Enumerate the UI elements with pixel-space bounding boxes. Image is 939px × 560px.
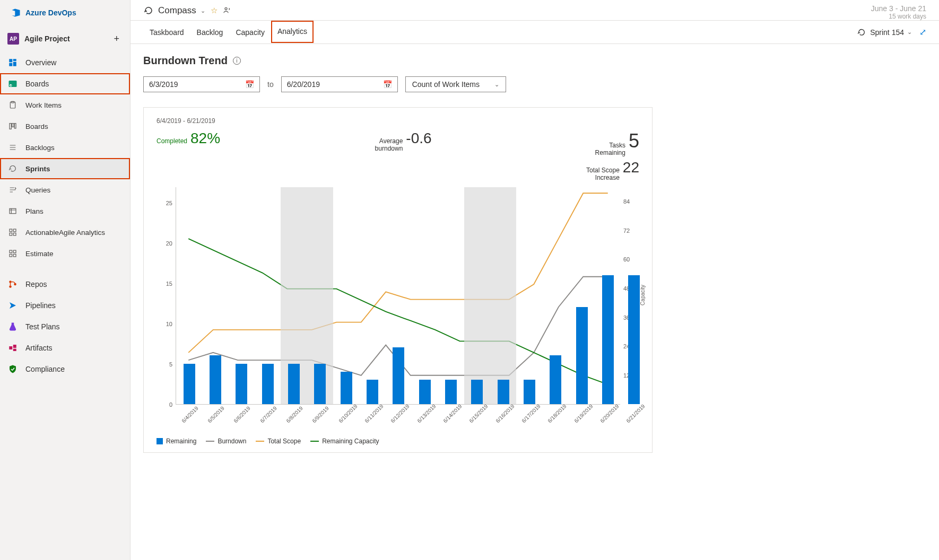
nav-label: Work Items xyxy=(25,101,62,109)
nav-label: Backlogs xyxy=(25,144,55,152)
bar-remaining xyxy=(288,364,300,404)
y-axis-right-label: Capacity xyxy=(640,285,646,305)
legend-remaining-capacity: Remaining Capacity xyxy=(310,438,379,445)
svg-rect-8 xyxy=(10,124,11,129)
tab-taskboard[interactable]: Taskboard xyxy=(143,22,190,43)
bar-remaining xyxy=(262,364,274,404)
stat-label: Average burndown xyxy=(375,137,403,153)
sidebar: Azure DevOps AP Agile Project + Overview… xyxy=(0,0,131,560)
nav-item-sprints[interactable]: Sprints xyxy=(0,158,130,179)
bar-remaining xyxy=(628,275,640,404)
svg-point-26 xyxy=(225,7,227,10)
y-tick-left: 5 xyxy=(156,361,172,368)
chevron-down-icon: ⌄ xyxy=(907,29,912,36)
svg-rect-19 xyxy=(13,254,16,257)
nav-item-backlogs[interactable]: Backlogs xyxy=(0,137,130,158)
brand[interactable]: Azure DevOps xyxy=(0,0,130,25)
svg-rect-11 xyxy=(10,208,16,213)
plans-icon xyxy=(7,206,18,216)
nav-label: Repos xyxy=(25,280,47,288)
svg-rect-15 xyxy=(13,233,16,235)
bar-remaining xyxy=(314,364,326,404)
x-tick: 6/19/2019 xyxy=(573,403,594,424)
bar-remaining xyxy=(498,380,509,404)
nav-item-pipelines[interactable]: Pipelines xyxy=(0,295,130,316)
x-tick: 6/21/2019 xyxy=(625,403,646,424)
nav-item-boards[interactable]: Boards xyxy=(0,116,130,137)
nav-item-overview[interactable]: Overview xyxy=(0,52,130,73)
info-icon[interactable]: i xyxy=(233,57,241,65)
metric-dropdown[interactable]: Count of Work Items ⌄ xyxy=(405,76,506,92)
x-tick: 6/7/2019 xyxy=(259,405,277,424)
nav-label: Overview xyxy=(25,58,56,67)
team-selector[interactable]: Compass ⌄ xyxy=(143,5,205,16)
tab-capacity[interactable]: Capacity xyxy=(229,22,271,43)
tab-backlog[interactable]: Backlog xyxy=(190,22,230,43)
svg-rect-2 xyxy=(13,62,16,66)
svg-rect-0 xyxy=(9,59,12,62)
add-button[interactable]: + xyxy=(114,33,119,45)
bar-remaining xyxy=(550,355,561,404)
boards-icon xyxy=(7,78,18,89)
y-tick-left: 10 xyxy=(156,321,172,327)
repos-icon xyxy=(7,279,18,290)
bar-remaining xyxy=(576,307,588,404)
brand-text: Azure DevOps xyxy=(25,8,76,17)
metric-value: Count of Work Items xyxy=(412,80,480,89)
nav-item-work-items[interactable]: Work Items xyxy=(0,94,130,116)
fullscreen-icon[interactable]: ⤢ xyxy=(919,27,926,37)
date-to-value: 6/20/2019 xyxy=(287,80,320,89)
team-name: Compass xyxy=(158,5,196,16)
y-axis-left: 0510152025 xyxy=(156,187,172,405)
nav-item-test-plans[interactable]: Test Plans xyxy=(0,316,130,337)
workitems-icon xyxy=(7,100,18,110)
nav-item-boards[interactable]: Boards xyxy=(0,73,130,94)
card-date-range: 6/4/2019 - 6/21/2019 xyxy=(156,117,639,125)
stat-value: 22 xyxy=(623,159,639,176)
svg-rect-18 xyxy=(10,254,12,257)
chevron-down-icon: ⌄ xyxy=(494,81,499,88)
chart-plot xyxy=(176,187,620,405)
swatch-total-scope xyxy=(256,441,264,442)
sprint-selector[interactable]: Sprint 154 ⌄ xyxy=(856,27,912,38)
project-selector[interactable]: AP Agile Project xyxy=(7,33,70,45)
nav-item-queries[interactable]: Queries xyxy=(0,179,130,200)
calendar-icon: 📅 xyxy=(383,80,392,89)
bar-remaining xyxy=(602,275,614,404)
date-from-input[interactable]: 6/3/2019 📅 xyxy=(143,76,260,92)
x-tick: 6/9/2019 xyxy=(311,405,330,424)
swatch-remaining-capacity xyxy=(310,441,319,442)
nav-item-estimate[interactable]: Estimate xyxy=(0,243,130,264)
stats-row: Completed 82% Average burndown -0.6 Task… xyxy=(156,130,639,182)
nav-item-actionableagile-analytics[interactable]: ActionableAgile Analytics xyxy=(0,222,130,243)
y-tick-left: 20 xyxy=(156,240,172,247)
svg-point-20 xyxy=(9,281,12,283)
nav-item-compliance[interactable]: Compliance xyxy=(0,358,130,380)
nav-item-artifacts[interactable]: Artifacts xyxy=(0,337,130,358)
favorite-star-icon[interactable]: ☆ xyxy=(211,6,218,15)
bar-remaining xyxy=(184,364,195,404)
stat-label: Completed xyxy=(156,137,187,145)
burndown-chart-card: 6/4/2019 - 6/21/2019 Completed 82% Avera… xyxy=(143,107,653,453)
stat-avg-burndown: Average burndown -0.6 xyxy=(375,130,432,153)
date-to-input[interactable]: 6/20/2019 📅 xyxy=(281,76,398,92)
queries-icon xyxy=(7,185,18,195)
nav-label: ActionableAgile Analytics xyxy=(25,229,105,237)
project-avatar: AP xyxy=(7,33,19,45)
x-tick: 6/11/2019 xyxy=(363,403,384,424)
overview-icon xyxy=(7,57,18,68)
nav-item-repos[interactable]: Repos xyxy=(0,274,130,295)
tab-analytics[interactable]: Analytics xyxy=(271,21,314,43)
azure-devops-icon xyxy=(11,7,21,18)
x-tick: 6/16/2019 xyxy=(494,403,515,424)
svg-rect-12 xyxy=(10,229,12,232)
nav-item-plans[interactable]: Plans xyxy=(0,200,130,222)
pipelines-icon xyxy=(7,300,18,311)
legend-remaining: Remaining xyxy=(156,438,196,445)
bar-remaining xyxy=(393,347,404,404)
bar-remaining xyxy=(341,372,352,404)
stat-value: -0.6 xyxy=(406,130,431,147)
team-members-icon[interactable] xyxy=(223,6,231,16)
x-tick: 6/20/2019 xyxy=(599,403,620,424)
y-tick-right: 84 xyxy=(623,198,639,205)
